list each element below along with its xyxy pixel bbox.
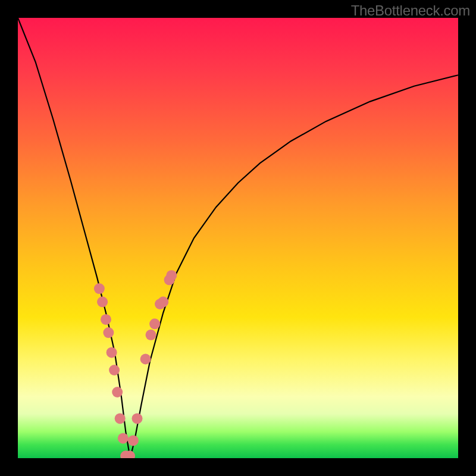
plot-area	[18, 18, 458, 458]
marker-dot	[103, 327, 114, 338]
marker-dot	[149, 318, 160, 329]
marker-dot	[158, 296, 168, 307]
marker-dot	[140, 354, 151, 365]
marker-dot	[112, 387, 123, 397]
curve-svg	[18, 18, 458, 458]
marker-dot	[166, 270, 177, 281]
marker-dot	[97, 296, 108, 307]
marker-dot	[128, 435, 139, 446]
marker-dot	[101, 314, 111, 325]
marker-dot	[146, 330, 156, 340]
watermark-text: TheBottleneck.com	[351, 2, 470, 19]
bottleneck-curve	[18, 18, 458, 458]
marker-dot	[118, 433, 129, 444]
marker-dot	[94, 283, 105, 294]
marker-dot	[132, 413, 143, 424]
data-dots	[94, 270, 177, 458]
marker-dot	[109, 365, 120, 375]
chart-frame: TheBottleneck.com	[0, 0, 476, 476]
marker-dot	[107, 347, 117, 358]
marker-dot	[115, 413, 126, 424]
